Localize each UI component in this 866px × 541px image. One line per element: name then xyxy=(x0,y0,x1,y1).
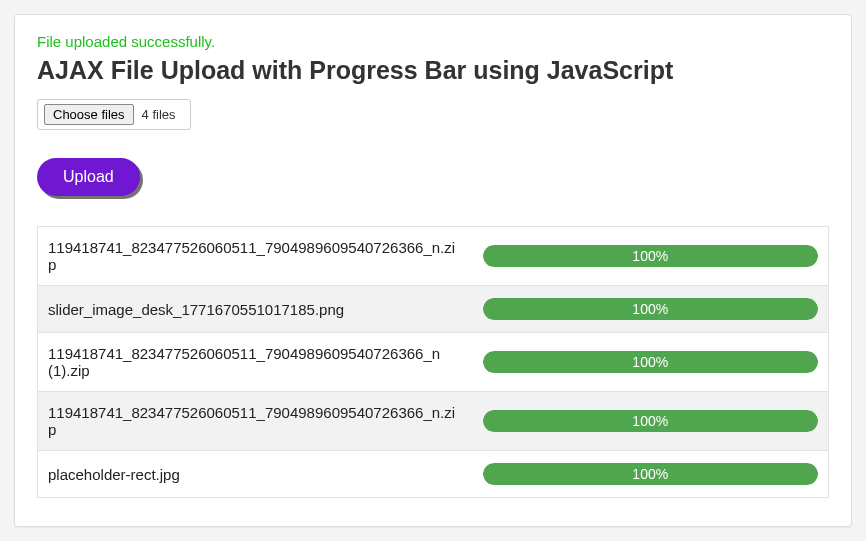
file-progress-cell: 100% xyxy=(473,286,829,333)
file-input[interactable]: Choose files 4 files xyxy=(37,99,191,130)
table-row: 119418741_823477526060511_79049896095407… xyxy=(38,392,829,451)
page-title: AJAX File Upload with Progress Bar using… xyxy=(37,56,829,85)
table-row: slider_image_desk_1771670551017185.png10… xyxy=(38,286,829,333)
progress-fill: 100% xyxy=(483,298,818,320)
file-name: placeholder-rect.jpg xyxy=(38,451,473,498)
progress-fill: 100% xyxy=(483,410,818,432)
file-count-label: 4 files xyxy=(142,107,176,122)
file-name: 119418741_823477526060511_79049896095407… xyxy=(38,333,473,392)
progress-bar: 100% xyxy=(483,463,818,485)
progress-bar: 100% xyxy=(483,410,818,432)
progress-bar: 100% xyxy=(483,298,818,320)
file-name: 119418741_823477526060511_79049896095407… xyxy=(38,227,473,286)
progress-bar: 100% xyxy=(483,351,818,373)
progress-fill: 100% xyxy=(483,245,818,267)
upload-panel: File uploaded successfully. AJAX File Up… xyxy=(14,14,852,527)
status-message: File uploaded successfully. xyxy=(37,33,829,50)
choose-files-button[interactable]: Choose files xyxy=(44,104,134,125)
file-name: 119418741_823477526060511_79049896095407… xyxy=(38,392,473,451)
file-progress-cell: 100% xyxy=(473,392,829,451)
table-row: 119418741_823477526060511_79049896095407… xyxy=(38,333,829,392)
progress-fill: 100% xyxy=(483,463,818,485)
file-progress-cell: 100% xyxy=(473,227,829,286)
file-progress-cell: 100% xyxy=(473,451,829,498)
table-row: placeholder-rect.jpg100% xyxy=(38,451,829,498)
upload-button[interactable]: Upload xyxy=(37,158,140,196)
upload-progress-table: 119418741_823477526060511_79049896095407… xyxy=(37,226,829,498)
file-progress-cell: 100% xyxy=(473,333,829,392)
progress-bar: 100% xyxy=(483,245,818,267)
progress-fill: 100% xyxy=(483,351,818,373)
file-name: slider_image_desk_1771670551017185.png xyxy=(38,286,473,333)
table-row: 119418741_823477526060511_79049896095407… xyxy=(38,227,829,286)
